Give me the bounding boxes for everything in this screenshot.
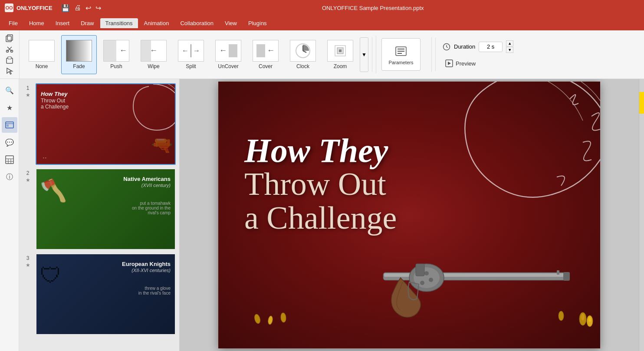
svg-rect-18	[398, 51, 404, 52]
redo-icon[interactable]: ↪	[95, 4, 101, 12]
main-slide: How They Throw Out a Challenge	[218, 82, 600, 348]
menu-bar: File Home Insert Draw Transitions Animat…	[0, 16, 644, 30]
main-content: 🔍 ★ 💬 ⓘ 1 ★	[0, 79, 644, 351]
divider-1	[372, 37, 372, 72]
transition-uncover[interactable]: ← UnCover	[210, 35, 246, 74]
menu-file[interactable]: File	[3, 18, 23, 28]
menu-transitions[interactable]: Transitions	[100, 18, 138, 28]
transition-split[interactable]: ← → Split	[173, 35, 209, 74]
menu-animation[interactable]: Animation	[139, 18, 174, 28]
main-slide-title3: a Challenge	[244, 201, 397, 235]
menu-plugins[interactable]: Plugins	[243, 18, 272, 28]
svg-point-50	[280, 313, 286, 323]
scroll-handle[interactable]	[639, 92, 644, 114]
select-icon[interactable]	[3, 66, 16, 76]
slide-item-2[interactable]: 2 ★ Native Americans (XVII century) put …	[19, 168, 179, 250]
menu-collaboration[interactable]: Collaboration	[175, 18, 219, 28]
slide-thumb-3[interactable]: European Knights (XII-XVI centuries) thr…	[36, 253, 176, 335]
cut-icon[interactable]	[3, 44, 16, 54]
slide-1-number: 1	[26, 85, 30, 91]
preview-label: Preview	[456, 60, 476, 67]
parameters-button[interactable]: Parameters	[381, 38, 421, 71]
svg-text:OO: OO	[5, 5, 13, 10]
svg-rect-15	[339, 49, 342, 52]
app-name: ONLYOFFICE	[16, 5, 53, 11]
right-scrollbar[interactable]	[639, 79, 644, 351]
transition-push-label: Push	[110, 63, 122, 69]
svg-rect-27	[7, 125, 9, 127]
svg-marker-24	[448, 62, 451, 65]
sidebar-icon-star[interactable]: ★	[2, 100, 17, 115]
svg-point-46	[581, 314, 585, 321]
slide-thumb-1[interactable]: How They Throw Out a Challenge 🔫 • •	[36, 83, 176, 165]
svg-rect-28	[6, 156, 13, 164]
svg-point-38	[429, 278, 433, 282]
svg-rect-40	[416, 264, 424, 276]
transition-none-label: None	[36, 63, 48, 69]
transition-cover[interactable]: ← Cover	[248, 35, 283, 74]
svg-point-39	[420, 281, 424, 285]
undo-icon[interactable]: ↩	[85, 4, 91, 12]
menu-home[interactable]: Home	[24, 18, 49, 28]
transition-zoom[interactable]: Zoom	[322, 35, 358, 74]
sidebar-icon-table[interactable]	[2, 152, 17, 167]
slide-3-number-area: 3 ★	[23, 253, 33, 268]
transition-fade[interactable]: Fade	[61, 35, 97, 74]
slide-2-number: 2	[26, 170, 30, 176]
transitions-scroll-down[interactable]: ▼	[360, 37, 368, 72]
svg-rect-9	[8, 57, 11, 59]
menu-view[interactable]: View	[220, 18, 242, 28]
duration-row: Duration ▲ ▼	[443, 40, 513, 53]
save-icon[interactable]: 💾	[61, 4, 70, 12]
sidebar-icons: 🔍 ★ 💬 ⓘ	[0, 79, 19, 351]
duration-spinner[interactable]: ▲ ▼	[506, 40, 513, 53]
slide-3-number: 3	[26, 255, 30, 261]
transition-clock-label: Clock	[296, 63, 309, 69]
titlebar-controls[interactable]: 💾 🖨 ↩ ↪	[61, 4, 101, 12]
parameters-label: Parameters	[389, 60, 414, 65]
slide-panel: 1 ★ How They Throw Out a Challeng	[19, 79, 180, 351]
menu-draw[interactable]: Draw	[76, 18, 99, 28]
duration-up[interactable]: ▲	[506, 40, 513, 46]
svg-point-47	[588, 317, 591, 322]
transition-wipe[interactable]: ← Wipe	[136, 35, 171, 74]
menu-insert[interactable]: Insert	[50, 18, 75, 28]
transition-wipe-label: Wipe	[148, 63, 159, 69]
duration-label: Duration	[454, 43, 475, 50]
slide-2-star: ★	[26, 177, 30, 183]
divider-2	[431, 37, 432, 72]
sidebar-icon-slides[interactable]	[2, 117, 17, 133]
slide-item-3[interactable]: 3 ★ European Knights (XII-XVI centuries)…	[19, 253, 179, 335]
sidebar-icon-search[interactable]: 🔍	[2, 82, 17, 98]
sidebar-icon-info[interactable]: ⓘ	[2, 169, 17, 185]
duration-clock-icon	[443, 43, 450, 51]
sidebar-icon-comment[interactable]: 💬	[2, 134, 17, 150]
transition-fade-label: Fade	[73, 63, 85, 69]
print-icon[interactable]: 🖨	[74, 4, 81, 12]
transitions-area: None Fade ← Push ← Wipe ←	[20, 30, 644, 79]
transition-uncover-label: UnCover	[218, 63, 238, 69]
slide-item-1[interactable]: 1 ★ How They Throw Out a Challeng	[19, 83, 179, 165]
duration-area: Duration ▲ ▼ Preview	[435, 38, 520, 71]
transition-none[interactable]: None	[24, 35, 59, 74]
duration-down[interactable]: ▼	[506, 47, 513, 53]
slide-thumb-2[interactable]: Native Americans (XVII century) put a to…	[36, 168, 176, 250]
paste-icon[interactable]	[3, 55, 16, 65]
toolbar: None Fade ← Push ← Wipe ←	[0, 30, 644, 79]
svg-line-12	[303, 51, 306, 52]
transition-push[interactable]: ← Push	[99, 35, 134, 74]
app-logo: OO ONLYOFFICE	[4, 3, 53, 13]
toolbar-clipboard	[0, 30, 20, 79]
copy-icon[interactable]	[3, 33, 16, 43]
preview-button[interactable]: Preview	[443, 58, 513, 69]
transition-split-label: Split	[186, 63, 196, 69]
preview-icon	[445, 59, 453, 67]
slide-3-star: ★	[26, 262, 30, 268]
main-slide-title1: How They	[244, 134, 397, 167]
document-title: ONLYOFFICE Sample Presentation.pptx	[106, 5, 640, 11]
onlyoffice-logo-icon: OO	[4, 3, 14, 13]
parameters-icon	[394, 44, 408, 58]
duration-input[interactable]	[479, 42, 503, 52]
transition-cover-label: Cover	[259, 63, 273, 69]
transition-clock[interactable]: Clock	[285, 35, 321, 74]
